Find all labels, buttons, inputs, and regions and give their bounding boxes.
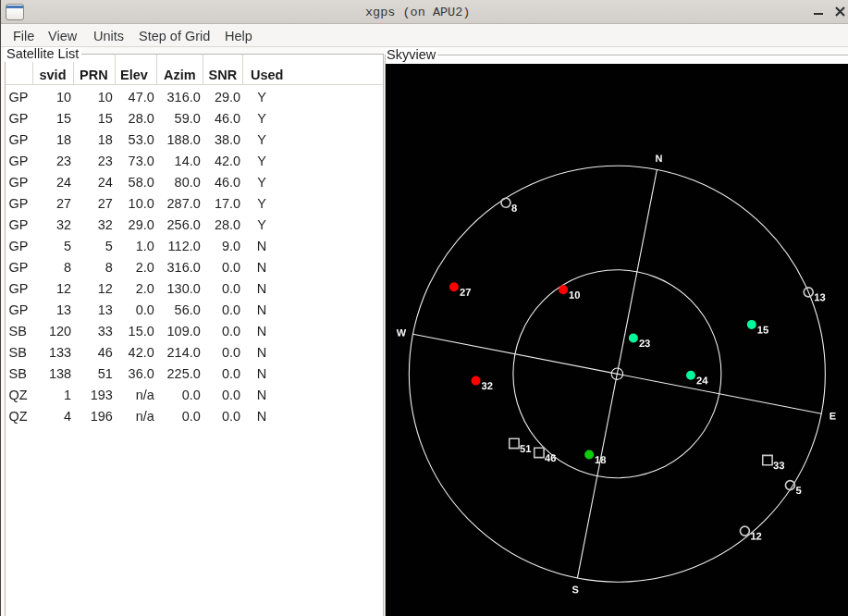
svg-text:15: 15 (757, 324, 768, 335)
svg-text:46: 46 (545, 451, 556, 462)
svg-text:W: W (397, 326, 407, 338)
svg-text:N: N (655, 153, 662, 164)
svg-text:5: 5 (795, 485, 801, 496)
svg-text:23: 23 (639, 338, 650, 349)
svg-text:S: S (572, 584, 579, 595)
svg-text:32: 32 (482, 380, 493, 391)
svg-text:13: 13 (814, 291, 825, 302)
svg-text:12: 12 (750, 530, 761, 541)
svg-text:E: E (830, 410, 836, 421)
svg-text:10: 10 (569, 289, 580, 300)
svg-text:24: 24 (696, 375, 708, 386)
svg-text:33: 33 (773, 460, 784, 471)
svg-text:27: 27 (460, 286, 471, 297)
svg-text:18: 18 (595, 453, 606, 464)
svg-text:51: 51 (520, 442, 531, 453)
svg-text:8: 8 (511, 202, 517, 213)
